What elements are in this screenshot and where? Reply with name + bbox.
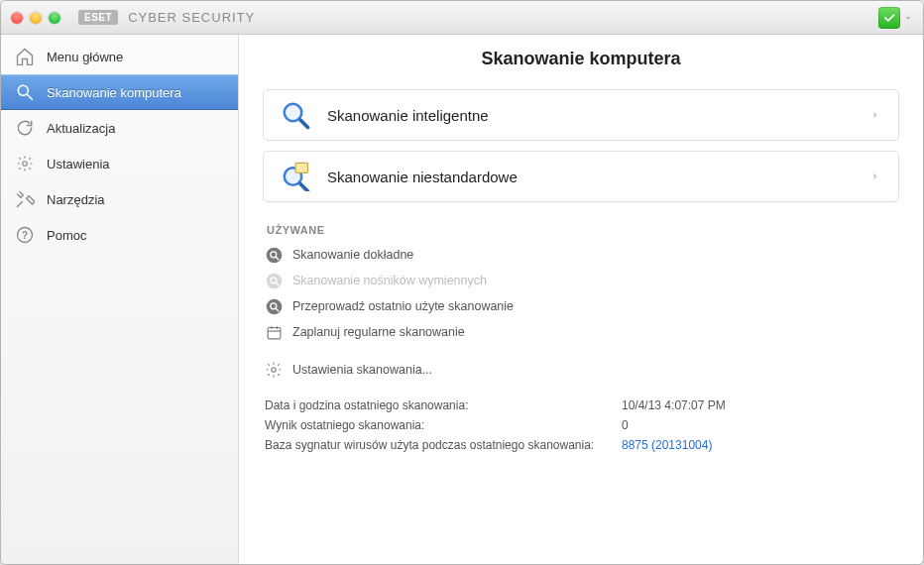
sidebar-item-help[interactable]: ? Pomoc	[1, 217, 238, 253]
info-value-link[interactable]: 8875 (20131004)	[622, 438, 897, 452]
svg-rect-9	[295, 163, 308, 172]
main-panel: Skanowanie komputera Skanowanie intelige…	[239, 35, 923, 564]
svg-line-8	[300, 184, 308, 192]
sidebar: Menu główne Skanowanie komputera Aktuali…	[1, 35, 239, 564]
smart-scan-button[interactable]: Skanowanie inteligentne	[263, 89, 899, 141]
sidebar-item-main-menu[interactable]: Menu główne	[1, 39, 238, 74]
action-label: Skanowanie inteligentne	[327, 107, 853, 124]
removable-scan-link: Skanowanie nośników wymiennych	[265, 268, 897, 293]
protection-status-indicator[interactable]	[878, 7, 900, 29]
magnifier-doc-icon	[280, 161, 311, 192]
sidebar-item-label: Pomoc	[47, 228, 86, 243]
sidebar-item-settings[interactable]: Ustawienia	[1, 146, 238, 181]
sidebar-item-label: Ustawienia	[47, 157, 110, 171]
chevron-right-icon	[868, 170, 882, 183]
svg-point-23	[272, 368, 277, 373]
app-window: ESET CYBER SECURITY Menu główne Skanowan…	[0, 0, 924, 565]
tools-icon	[15, 189, 35, 209]
svg-point-2	[23, 162, 28, 167]
svg-point-10	[266, 247, 282, 263]
sidebar-item-scan[interactable]: Skanowanie komputera	[1, 74, 238, 110]
window-controls	[11, 12, 60, 24]
used-section-title: UŻYWANE	[239, 202, 923, 242]
svg-rect-19	[268, 327, 281, 338]
info-value: 10/4/13 4:07:07 PM	[622, 398, 897, 412]
last-scan-link[interactable]: Przeprowadź ostatnio użyte skanowanie	[265, 293, 897, 319]
round-search	[265, 246, 283, 264]
brand: ESET CYBER SECURITY	[78, 10, 255, 25]
page-header: Skanowanie komputera	[239, 35, 923, 89]
svg-point-16	[266, 298, 282, 314]
magnifier-blue-icon	[280, 99, 311, 131]
sidebar-item-tools[interactable]: Narzędzia	[1, 181, 238, 217]
help-icon: ?	[15, 225, 35, 245]
scan-settings-link[interactable]: Ustawienia skanowania...	[239, 345, 923, 395]
info-label: Baza sygnatur wirusów użyta podczas osta…	[265, 438, 622, 452]
custom-scan-button[interactable]: Skanowanie niestandardowe	[263, 151, 899, 202]
used-item-label: Skanowanie nośników wymiennych	[292, 274, 487, 287]
close-window-button[interactable]	[11, 12, 23, 24]
used-item-label: Przeprowadź ostatnio użyte skanowanie	[292, 299, 514, 313]
svg-line-6	[300, 120, 308, 128]
sidebar-item-update[interactable]: Aktualizacja	[1, 110, 238, 146]
brand-title: CYBER SECURITY	[128, 10, 255, 25]
used-item-label: Skanowanie dokładne	[292, 248, 413, 262]
refresh-icon	[15, 118, 35, 138]
brand-logo: ESET	[78, 10, 118, 25]
house-icon	[15, 47, 35, 66]
svg-text:?: ?	[22, 230, 28, 241]
chevron-right-icon	[868, 108, 882, 122]
used-item-label: Zaplanuj regularne skanowanie	[292, 325, 465, 339]
chevron-down-icon[interactable]	[903, 13, 913, 23]
zoom-window-button[interactable]	[49, 12, 60, 24]
scan-settings-label: Ustawienia skanowania...	[292, 363, 432, 377]
check-icon	[882, 11, 896, 25]
sidebar-item-label: Skanowanie komputera	[47, 85, 181, 100]
round-search	[265, 272, 283, 289]
gear-icon	[15, 154, 35, 173]
calendar-icon	[265, 323, 283, 341]
search-icon	[15, 82, 35, 102]
sidebar-item-label: Narzędzia	[47, 192, 105, 207]
deep-scan-link[interactable]: Skanowanie dokładne	[265, 242, 897, 268]
minimize-window-button[interactable]	[30, 12, 42, 24]
info-value: 0	[622, 418, 897, 432]
sidebar-item-label: Menu główne	[47, 50, 123, 64]
round-search	[265, 297, 283, 315]
page-title: Skanowanie komputera	[239, 49, 923, 69]
action-label: Skanowanie niestandardowe	[327, 169, 853, 185]
info-label: Wynik ostatniego skanowania:	[265, 418, 622, 432]
gear-small-icon	[265, 361, 283, 379]
schedule-scan-link[interactable]: Zaplanuj regularne skanowanie	[265, 319, 897, 345]
svg-line-1	[28, 95, 33, 100]
info-label: Data i godzina ostatniego skanowania:	[265, 398, 622, 412]
svg-point-5	[285, 104, 302, 122]
svg-point-13	[266, 273, 282, 288]
titlebar: ESET CYBER SECURITY	[1, 1, 923, 35]
sidebar-item-label: Aktualizacja	[47, 121, 115, 136]
svg-point-0	[18, 85, 28, 95]
